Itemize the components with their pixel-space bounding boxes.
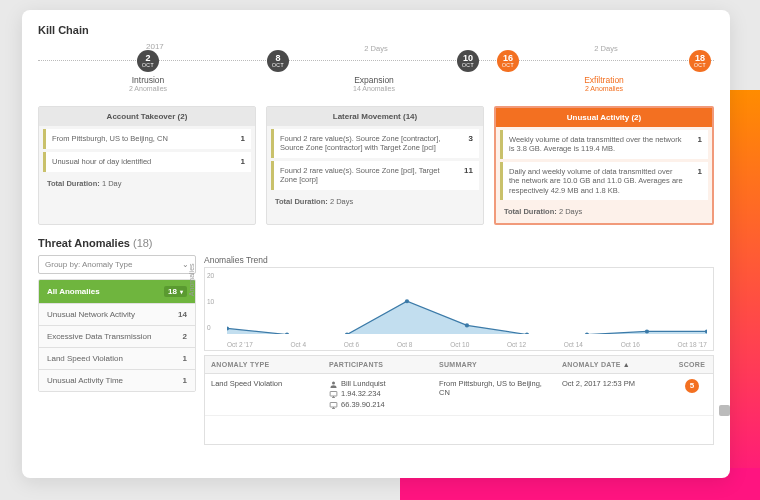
node-label: Intrusion bbox=[118, 75, 178, 85]
chart-svg bbox=[227, 274, 707, 335]
anomaly-row[interactable]: Found 2 rare value(s). Source Zone [cont… bbox=[271, 129, 479, 158]
user-icon bbox=[329, 380, 338, 389]
table-row[interactable]: Land Speed Violation Bill Lundquist 1.94… bbox=[205, 374, 713, 417]
killchain-panels: Account Takeover (2) From Pittsburgh, US… bbox=[38, 106, 714, 225]
svg-point-5 bbox=[405, 299, 409, 303]
filter-land-speed[interactable]: Land Speed Violation1 bbox=[39, 347, 195, 369]
col-anomaly-date[interactable]: ANOMALY DATE▲ bbox=[556, 356, 671, 373]
table-header: ANOMALY TYPE PARTICIPANTS SUMMARY ANOMAL… bbox=[205, 356, 713, 374]
panel-duration: Total Duration: 1 Day bbox=[39, 172, 255, 195]
svg-marker-1 bbox=[227, 301, 707, 334]
panel-header: Unusual Activity (2) bbox=[496, 108, 712, 127]
filter-unusual-network[interactable]: Unusual Network Activity14 bbox=[39, 303, 195, 325]
filter-unusual-time[interactable]: Unusual Activity Time1 bbox=[39, 369, 195, 391]
chart-xlabels: Oct 2 '17Oct 4Oct 6Oct 8Oct 10Oct 12Oct … bbox=[227, 341, 707, 348]
node-sublabel: 2 Anomalies bbox=[118, 85, 178, 92]
date-badge: 16OCT bbox=[497, 50, 519, 72]
filter-sidebar: Group by: Anomaly Type ⌄ All Anomalies18… bbox=[38, 255, 196, 445]
anomaly-row[interactable]: From Pittsburgh, US to Beijing, CN1 bbox=[43, 129, 251, 149]
panel-account-takeover: Account Takeover (2) From Pittsburgh, US… bbox=[38, 106, 256, 225]
cell-score: 5 bbox=[671, 374, 713, 416]
date-badge: 8OCT bbox=[267, 50, 289, 72]
anomaly-row[interactable]: Found 2 rare value(s). Source Zone [pci]… bbox=[271, 161, 479, 190]
cell-summary: From Pittsburgh, US to Beijing, CN bbox=[433, 374, 556, 416]
svg-point-4 bbox=[345, 332, 349, 334]
filter-excessive-data[interactable]: Excessive Data Transmission2 bbox=[39, 325, 195, 347]
panel-header: Account Takeover (2) bbox=[39, 107, 255, 126]
cell-participants: Bill Lundquist 1.94.32.234 66.39.90.214 bbox=[323, 374, 433, 416]
panel-unusual-activity: Unusual Activity (2) Weekly volume of da… bbox=[494, 106, 714, 225]
groupby-select[interactable]: Group by: Anomaly Type ⌄ bbox=[38, 255, 196, 274]
scrollbar-handle[interactable] bbox=[719, 405, 730, 416]
timeline-phase-expansion: Expansion 14 Anomalies bbox=[334, 72, 414, 92]
svg-rect-12 bbox=[330, 392, 337, 397]
anomalies-trend-chart: Anomalies 20 10 0 Oct 2 '17Oct 4Oct 6Oct… bbox=[204, 267, 714, 351]
caret-down-icon: ▾ bbox=[180, 289, 183, 295]
col-score[interactable]: SCORE bbox=[671, 356, 713, 373]
timeline-gap-label: 2 Days bbox=[576, 44, 636, 53]
date-badge: 2OCT bbox=[137, 50, 159, 72]
threat-anomalies-title: Threat Anomalies (18) bbox=[38, 237, 714, 249]
timeline-node-intrusion[interactable]: 2OCT Intrusion 2 Anomalies bbox=[118, 50, 178, 92]
killchain-timeline: 2017 2 Days 2 Days 2OCT Intrusion 2 Anom… bbox=[38, 42, 714, 98]
panel-header: Lateral Movement (14) bbox=[267, 107, 483, 126]
anomalies-table: ANOMALY TYPE PARTICIPANTS SUMMARY ANOMAL… bbox=[204, 355, 714, 445]
timeline-node[interactable]: 16OCT bbox=[478, 50, 538, 72]
anomaly-row[interactable]: Unusual hour of day identified1 bbox=[43, 152, 251, 172]
svg-rect-13 bbox=[330, 402, 337, 407]
chart-ylabel: Anomalies bbox=[188, 263, 195, 296]
sort-asc-icon: ▲ bbox=[623, 361, 630, 368]
cell-date: Oct 2, 2017 12:53 PM bbox=[556, 374, 671, 416]
killchain-title: Kill Chain bbox=[38, 24, 714, 36]
svg-point-9 bbox=[645, 329, 649, 333]
col-participants[interactable]: PARTICIPANTS bbox=[323, 356, 433, 373]
anomaly-row[interactable]: Daily and weekly volume of data transmit… bbox=[500, 162, 708, 200]
svg-point-8 bbox=[585, 332, 589, 334]
timeline-phase-exfiltration: Exfiltration 2 Anomalies bbox=[564, 72, 644, 92]
col-anomaly-type[interactable]: ANOMALY TYPE bbox=[205, 356, 323, 373]
svg-point-7 bbox=[525, 332, 529, 334]
filter-list: All Anomalies18▾ Unusual Network Activit… bbox=[38, 279, 196, 392]
svg-point-3 bbox=[285, 332, 289, 334]
panel-lateral-movement: Lateral Movement (14) Found 2 rare value… bbox=[266, 106, 484, 225]
threat-right: Anomalies Trend Anomalies 20 10 0 Oct 2 … bbox=[204, 255, 714, 445]
date-badge: 10OCT bbox=[457, 50, 479, 72]
ytick: 0 bbox=[207, 324, 211, 331]
date-badge: 18OCT bbox=[689, 50, 711, 72]
svg-point-6 bbox=[465, 323, 469, 327]
score-badge: 5 bbox=[685, 379, 699, 393]
chart-title: Anomalies Trend bbox=[204, 255, 714, 265]
cell-type: Land Speed Violation bbox=[205, 374, 323, 416]
monitor-icon bbox=[329, 390, 338, 399]
svg-point-11 bbox=[332, 381, 335, 384]
monitor-icon bbox=[329, 401, 338, 410]
anomaly-row[interactable]: Weekly volume of data transmitted over t… bbox=[500, 130, 708, 159]
timeline-gap-label: 2 Days bbox=[346, 44, 406, 53]
timeline-node[interactable]: 18OCT bbox=[670, 50, 730, 72]
ytick: 10 bbox=[207, 298, 214, 305]
col-summary[interactable]: SUMMARY bbox=[433, 356, 556, 373]
timeline-node[interactable]: 8OCT bbox=[248, 50, 308, 72]
panel-duration: Total Duration: 2 Days bbox=[496, 200, 712, 223]
dashboard-card: Kill Chain 2017 2 Days 2 Days 2OCT Intru… bbox=[22, 10, 730, 478]
ytick: 20 bbox=[207, 272, 214, 279]
threat-anomalies-section: Group by: Anomaly Type ⌄ All Anomalies18… bbox=[38, 255, 714, 445]
panel-duration: Total Duration: 2 Days bbox=[267, 190, 483, 213]
filter-all-anomalies[interactable]: All Anomalies18▾ bbox=[39, 280, 195, 303]
